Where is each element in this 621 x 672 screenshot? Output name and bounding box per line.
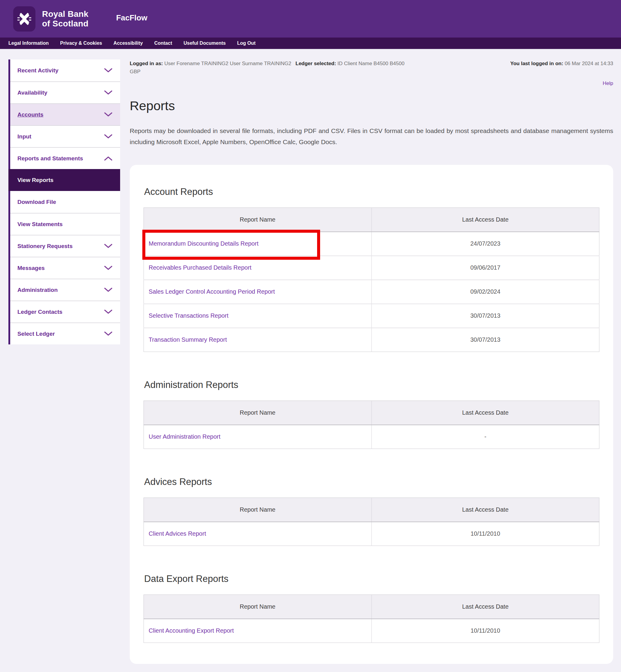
reports-card: Account Reports Report Name Last Access …	[130, 165, 613, 664]
column-report-name: Report Name	[144, 595, 372, 619]
rbs-daisy-wheel-icon	[17, 11, 31, 27]
help-link[interactable]: Help	[603, 80, 613, 86]
table-row: Sales Ledger Control Accounting Period R…	[144, 280, 599, 304]
table-row: Client Advices Report 10/11/2010	[144, 522, 599, 546]
last-login-status: You last logged in on: 06 Mar 2024 at 14…	[510, 59, 613, 68]
chevron-down-icon	[104, 90, 112, 95]
nav-privacy-cookies[interactable]: Privacy & Cookies	[60, 41, 102, 46]
table-header-row: Report Name Last Access Date	[144, 595, 599, 619]
section-title: Advices Reports	[144, 476, 599, 487]
chevron-down-icon	[104, 309, 112, 314]
sidebar-item-recent-activity[interactable]: Recent Activity	[10, 59, 120, 81]
report-link-receivables-purchased-details[interactable]: Receivables Purchased Details Report	[149, 264, 251, 271]
report-link-user-administration[interactable]: User Administration Report	[149, 433, 220, 440]
report-link-selective-transactions[interactable]: Selective Transactions Report	[149, 312, 229, 319]
section-title: Account Reports	[144, 186, 599, 197]
sidebar-item-ledger-contacts[interactable]: Ledger Contacts	[10, 301, 120, 323]
section-title: Data Export Reports	[144, 574, 599, 584]
sidebar-item-accounts[interactable]: Accounts	[10, 103, 120, 125]
column-report-name: Report Name	[144, 498, 372, 522]
chevron-up-icon	[104, 156, 112, 161]
section-title: Administration Reports	[144, 380, 599, 390]
nav-accessibility[interactable]: Accessibility	[114, 41, 143, 46]
last-login-label: You last logged in on:	[510, 61, 563, 66]
ledger-selected-value: ID Client Name B4500 B4500	[337, 61, 405, 66]
chevron-down-icon	[104, 112, 112, 117]
table-header-row: Report Name Last Access Date	[144, 498, 599, 522]
sidebar-item-view-reports[interactable]: View Reports	[8, 169, 120, 191]
data-export-reports-table: Report Name Last Access Date Client Acco…	[143, 594, 599, 643]
utility-navbar: Legal Information Privacy & Cookies Acce…	[0, 38, 621, 49]
nav-useful-documents[interactable]: Useful Documents	[183, 41, 225, 46]
sidebar-item-reports-and-statements[interactable]: Reports and Statements	[10, 147, 120, 169]
last-login-value: 06 Mar 2024 at 14:33	[565, 61, 613, 66]
rbs-logo	[13, 6, 35, 32]
chevron-down-icon	[104, 332, 112, 336]
session-status-left: Logged in as: User Forename TRAINING2 Us…	[130, 59, 405, 76]
sidebar-item-view-statements[interactable]: View Statements	[10, 213, 120, 235]
last-access-date: 10/11/2010	[371, 619, 599, 643]
table-row: Selective Transactions Report 30/07/2013	[144, 304, 599, 328]
table-row: Receivables Purchased Details Report 09/…	[144, 256, 599, 280]
last-access-date: 09/02/2024	[371, 280, 599, 304]
table-row: User Administration Report -	[144, 425, 599, 449]
main-content: Logged in as: User Forename TRAINING2 Us…	[130, 59, 613, 664]
advices-reports-table: Report Name Last Access Date Client Advi…	[143, 498, 599, 546]
nav-legal-information[interactable]: Legal Information	[8, 41, 49, 46]
section-data-export-reports: Data Export Reports Report Name Last Acc…	[143, 574, 599, 643]
logged-in-value: User Forename TRAINING2 User Surname TRA…	[164, 61, 291, 66]
last-access-date: 24/07/2023	[371, 232, 599, 256]
section-account-reports: Account Reports Report Name Last Access …	[143, 186, 599, 352]
last-access-date: 09/06/2017	[371, 256, 599, 280]
column-last-access-date: Last Access Date	[371, 498, 599, 522]
chevron-down-icon	[104, 244, 112, 248]
table-row: Transaction Summary Report 30/07/2013	[144, 328, 599, 352]
chevron-down-icon	[104, 134, 112, 139]
report-link-client-accounting-export[interactable]: Client Accounting Export Report	[149, 627, 234, 634]
table-header-row: Report Name Last Access Date	[144, 401, 599, 425]
section-administration-reports: Administration Reports Report Name Last …	[143, 380, 599, 449]
administration-reports-table: Report Name Last Access Date User Admini…	[143, 401, 599, 449]
nav-log-out[interactable]: Log Out	[237, 41, 255, 46]
column-report-name: Report Name	[144, 401, 372, 425]
sidebar-item-messages[interactable]: Messages	[10, 257, 120, 279]
table-row: Client Accounting Export Report 10/11/20…	[144, 619, 599, 643]
last-access-date: 30/07/2013	[371, 304, 599, 328]
account-reports-table: Report Name Last Access Date Memorandum …	[143, 208, 599, 352]
table-row: Memorandum Discounting Details Report 24…	[144, 232, 599, 256]
app-title: FacFlow	[116, 13, 148, 23]
report-link-client-advices[interactable]: Client Advices Report	[149, 530, 206, 537]
nav-contact[interactable]: Contact	[154, 41, 172, 46]
session-status-bar: Logged in as: User Forename TRAINING2 Us…	[130, 59, 613, 76]
sidebar-item-availability[interactable]: Availability	[10, 81, 120, 103]
column-last-access-date: Last Access Date	[371, 208, 599, 232]
sidebar-item-stationery-requests[interactable]: Stationery Requests	[10, 235, 120, 257]
bank-name: Royal Bank of Scotland	[42, 9, 89, 29]
ledger-currency: GBP	[130, 68, 405, 76]
column-report-name: Report Name	[144, 208, 372, 232]
sidebar-menu: Recent Activity Availability Accounts In…	[8, 59, 120, 344]
last-access-date: 30/07/2013	[371, 328, 599, 352]
page-title: Reports	[130, 98, 613, 113]
sidebar-item-download-file[interactable]: Download File	[10, 191, 120, 213]
report-link-memorandum-discounting-details[interactable]: Memorandum Discounting Details Report	[149, 240, 258, 247]
chevron-down-icon	[104, 266, 112, 270]
report-link-sales-ledger-control-accounting-period[interactable]: Sales Ledger Control Accounting Period R…	[149, 288, 275, 295]
logged-in-label: Logged in as:	[130, 61, 163, 66]
last-access-date: 10/11/2010	[371, 522, 599, 546]
last-access-date: -	[371, 425, 599, 449]
sidebar-item-administration[interactable]: Administration	[10, 279, 120, 301]
app-header: Royal Bank of Scotland FacFlow	[0, 0, 621, 38]
sidebar-item-select-ledger[interactable]: Select Ledger	[10, 323, 120, 344]
column-last-access-date: Last Access Date	[371, 595, 599, 619]
page-description: Reports may be downloaded in several fil…	[130, 125, 613, 148]
table-header-row: Report Name Last Access Date	[144, 208, 599, 232]
section-advices-reports: Advices Reports Report Name Last Access …	[143, 476, 599, 546]
chevron-down-icon	[104, 288, 112, 292]
sidebar-item-input[interactable]: Input	[10, 125, 120, 147]
ledger-selected-label: Ledger selected:	[295, 61, 336, 66]
chevron-down-icon	[104, 68, 112, 73]
column-last-access-date: Last Access Date	[371, 401, 599, 425]
report-link-transaction-summary[interactable]: Transaction Summary Report	[149, 336, 227, 343]
